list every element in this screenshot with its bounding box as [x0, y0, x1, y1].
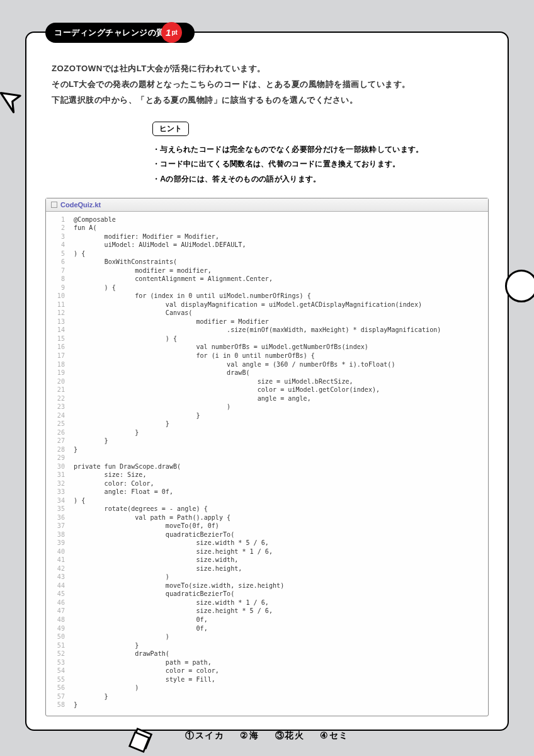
answer-option[interactable]: ②海 — [240, 731, 259, 740]
answer-option[interactable]: ①スイカ — [185, 731, 224, 740]
hint-section: ヒント ・与えられたコードは完全なものでなく必要部分だけを一部抜粋しています。 … — [152, 122, 508, 186]
hint-item: ・コード中に出てくる関数名は、代替のコードに置き換えております。 — [152, 157, 508, 171]
code-panel: CodeQuiz.kt 1@Composable 2fun A( 3 modif… — [45, 198, 489, 716]
point-badge: 1pt — [161, 22, 182, 43]
decorative-cursor-icon — [0, 87, 25, 113]
intro-text: ZOZOTOWNでは社内LT大会が活発に行われています。 そのLT大会での発表の… — [26, 33, 508, 108]
point-unit: pt — [171, 29, 177, 36]
answer-option[interactable]: ④セミ — [320, 731, 349, 740]
hint-list: ・与えられたコードは完全なものでなく必要部分だけを一部抜粋しています。 ・コード… — [152, 142, 508, 186]
decorative-box-icon — [127, 726, 155, 754]
code-body: 1@Composable 2fun A( 3 modifier: Modifie… — [46, 212, 488, 716]
intro-line: 下記選択肢の中から、「とある夏の風物詩」に該当するものを選んでください。 — [52, 92, 482, 108]
intro-line: そのLT大会での発表の題材となったこちらのコードは、とある夏の風物詩を描画してい… — [52, 76, 482, 92]
answer-option[interactable]: ③花火 — [275, 731, 305, 740]
intro-line: ZOZOTOWNでは社内LT大会が活発に行われています。 — [52, 60, 482, 76]
answer-options: ①スイカ ②海 ③花火 ④セミ — [26, 730, 508, 742]
hint-item: ・与えられたコードは完全なものでなく必要部分だけを一部抜粋しています。 — [152, 142, 508, 157]
decorative-circle-icon — [505, 270, 534, 302]
file-icon — [51, 202, 57, 208]
quiz-card: コーディングチャレンジの質問 1pt ZOZOTOWNでは社内LT大会が活発に行… — [25, 32, 509, 731]
filename: CodeQuiz.kt — [60, 201, 101, 209]
code-titlebar: CodeQuiz.kt — [46, 198, 488, 212]
point-number: 1 — [166, 27, 171, 38]
hint-label: ヒント — [152, 122, 189, 136]
hint-item: ・Aの部分には、答えそのものの語が入ります。 — [152, 172, 508, 186]
